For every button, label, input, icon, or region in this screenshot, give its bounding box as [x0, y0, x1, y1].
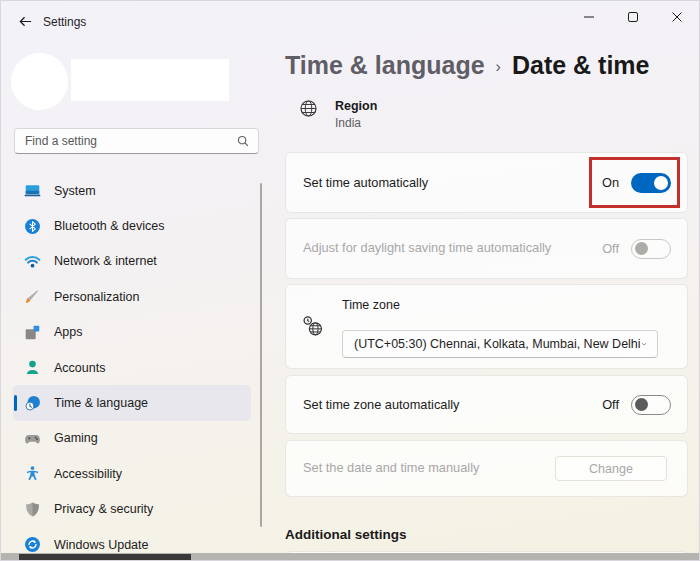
close-button[interactable]: [655, 1, 699, 33]
sidebar: System Bluetooth & devices Network & int…: [1, 41, 271, 560]
toggle-knob: [635, 242, 648, 255]
page-title: Date & time: [512, 51, 650, 80]
globe-icon: [299, 99, 318, 118]
sidebar-item-privacy-security[interactable]: Privacy & security: [13, 492, 251, 527]
sidebar-item-label: Accessibility: [54, 467, 122, 481]
sidebar-item-bluetooth-devices[interactable]: Bluetooth & devices: [13, 208, 251, 243]
back-arrow-icon: [18, 14, 33, 29]
toggle-knob: [635, 398, 648, 411]
sidebar-item-label: System: [54, 184, 96, 198]
sidebar-item-system[interactable]: System: [13, 173, 251, 208]
sidebar-nav: System Bluetooth & devices Network & int…: [13, 173, 251, 561]
change-button[interactable]: Change: [555, 456, 667, 481]
back-button[interactable]: [11, 7, 39, 35]
time-zone-label: Time zone: [342, 298, 400, 312]
settings-window: Settings System: [0, 0, 700, 561]
set-manually-label: Set the date and time manually: [303, 460, 479, 477]
caption-controls: [567, 1, 699, 33]
set-time-zone-auto-label: Set time zone automatically: [303, 397, 459, 412]
breadcrumb: Time & language › Date & time: [285, 51, 649, 80]
gamepad-icon: [23, 429, 41, 447]
daylight-saving-toggle[interactable]: [631, 239, 671, 259]
breadcrumb-separator-icon: ›: [496, 58, 501, 76]
card-time-zone: Time zone (UTC+05:30) Chennai, Kolkata, …: [285, 284, 688, 369]
sidebar-item-label: Personalization: [54, 290, 139, 304]
person-icon: [23, 359, 41, 377]
username-placeholder: [71, 59, 229, 101]
accessibility-icon: [23, 465, 41, 483]
titlebar: Settings: [1, 1, 699, 41]
avatar[interactable]: [11, 53, 68, 110]
time-zone-dropdown[interactable]: (UTC+05:30) Chennai, Kolkata, Mumbai, Ne…: [342, 330, 658, 358]
set-time-zone-auto-state: Off: [602, 397, 619, 412]
maximize-button[interactable]: [611, 1, 655, 33]
sidebar-item-apps[interactable]: Apps: [13, 315, 251, 350]
daylight-saving-label: Adjust for daylight saving time automati…: [303, 240, 551, 257]
card-daylight-saving: Adjust for daylight saving time automati…: [285, 218, 688, 279]
bluetooth-icon: [23, 217, 41, 235]
system-icon: [23, 182, 41, 200]
sidebar-item-label: Apps: [54, 325, 83, 339]
maximize-icon: [627, 11, 639, 23]
time-zone-value: (UTC+05:30) Chennai, Kolkata, Mumbai, Ne…: [354, 337, 641, 351]
card-set-time-automatically: Set time automatically On: [285, 152, 688, 213]
set-time-auto-toggle[interactable]: [631, 173, 671, 193]
search-input[interactable]: [25, 134, 236, 148]
apps-icon: [23, 323, 41, 341]
sidebar-item-accessibility[interactable]: Accessibility: [13, 456, 251, 491]
set-time-zone-auto-toggle[interactable]: [631, 395, 671, 415]
time-language-icon: [23, 394, 41, 412]
minimize-icon: [583, 11, 595, 23]
sidebar-item-personalization[interactable]: Personalization: [13, 279, 251, 314]
sidebar-item-label: Gaming: [54, 431, 98, 445]
paintbrush-icon: [23, 288, 41, 306]
toggle-knob: [654, 176, 668, 190]
network-wifi-icon: [23, 252, 41, 270]
sidebar-item-label: Windows Update: [54, 538, 149, 552]
shield-icon: [23, 500, 41, 518]
search-icon: [236, 134, 250, 148]
region-value: India: [335, 116, 377, 130]
sidebar-item-gaming[interactable]: Gaming: [13, 421, 251, 456]
sidebar-item-label: Network & internet: [54, 254, 157, 268]
additional-settings-header: Additional settings: [285, 527, 407, 542]
sidebar-item-time-language[interactable]: Time & language: [13, 385, 251, 420]
sidebar-item-label: Privacy & security: [54, 502, 153, 516]
search-box: [14, 128, 259, 154]
sidebar-item-accounts[interactable]: Accounts: [13, 350, 251, 385]
sidebar-item-label: Accounts: [54, 361, 105, 375]
daylight-saving-state: Off: [602, 241, 619, 256]
card-set-manually: Set the date and time manually Change: [285, 440, 688, 497]
card-set-time-zone-automatically: Set time zone automatically Off: [285, 375, 688, 434]
sidebar-scrollbar[interactable]: [260, 183, 262, 527]
chevron-down-icon: [641, 338, 647, 350]
windows-update-icon: [23, 536, 41, 554]
breadcrumb-parent[interactable]: Time & language: [285, 51, 485, 80]
set-time-auto-label: Set time automatically: [303, 175, 428, 190]
bottom-edge-bar: [1, 553, 699, 560]
sidebar-item-label: Bluetooth & devices: [54, 219, 165, 233]
sidebar-item-label: Time & language: [54, 396, 148, 410]
window-title: Settings: [43, 15, 86, 29]
close-icon: [671, 11, 683, 23]
region-row: Region India: [299, 99, 377, 130]
minimize-button[interactable]: [567, 1, 611, 33]
set-time-auto-state: On: [602, 175, 619, 190]
region-label: Region: [335, 99, 377, 113]
sidebar-item-network-internet[interactable]: Network & internet: [13, 244, 251, 279]
bottom-dark-segment: [19, 554, 191, 560]
selected-indicator: [14, 395, 17, 411]
timezone-globe-clock-icon: [302, 315, 324, 337]
